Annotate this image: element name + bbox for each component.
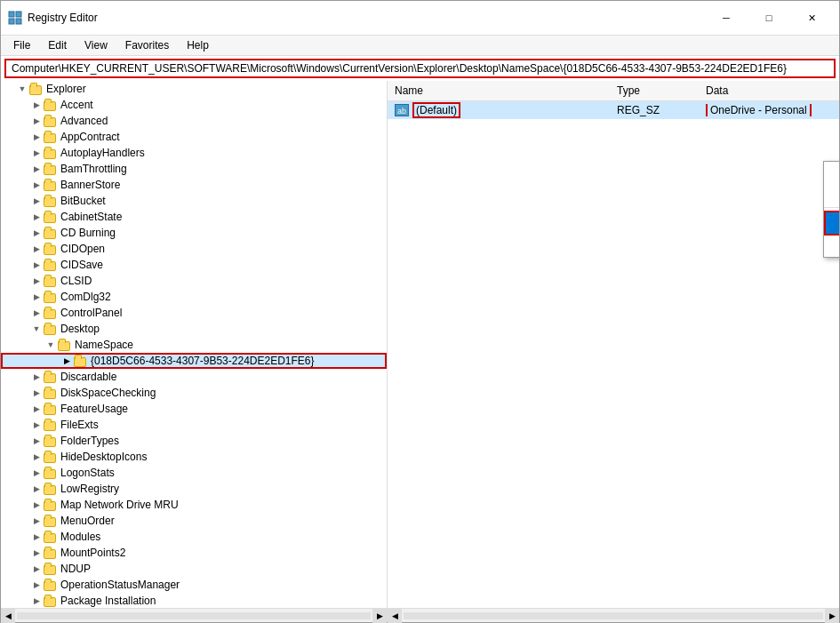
expander-packageinstallation[interactable]: ▶ [29,596,44,605]
folder-icon-advanced [44,115,58,127]
hscroll-right-btn[interactable]: ▶ [372,609,387,623]
col-header-name[interactable]: Name [388,84,610,98]
expander-bannerstore[interactable]: ▶ [29,180,44,189]
detail-row-default[interactable]: ab (Default) REG_SZ OneDrive - Personal [388,101,839,119]
expander-ndup[interactable]: ▶ [29,564,44,573]
tree-item-advanced[interactable]: ▶ Advanced [1,113,387,129]
tree-label-clsid: CLSID [60,275,92,287]
tree-item-modules[interactable]: ▶ Modules [1,529,387,545]
tree-item-clsid[interactable]: ▶ CLSID [1,273,387,289]
menu-edit[interactable]: Edit [39,36,76,55]
expander-logonstats[interactable]: ▶ [29,468,44,477]
tree-item-cdburning[interactable]: ▶ CD Burning [1,225,387,241]
address-bar[interactable]: Computer\HKEY_CURRENT_USER\SOFTWARE\Micr… [4,59,836,78]
tree-item-menuorder[interactable]: ▶ MenuOrder [1,513,387,529]
expander-featureusage[interactable]: ▶ [29,404,44,413]
tree-pane[interactable]: ▼ Explorer ▶ Accent ▶ Advanced ▶ AppCont… [1,81,388,608]
tree-item-hidedesktoicons[interactable]: ▶ HideDesktopIcons [1,449,387,465]
expander-mountpoints2[interactable]: ▶ [29,548,44,557]
tree-item-foldertypes[interactable]: ▶ FolderTypes [1,433,387,449]
detail-hscroll-left-btn[interactable]: ◀ [388,609,402,623]
col-header-type[interactable]: Type [610,84,699,98]
hscroll-left-btn[interactable]: ◀ [1,609,15,623]
tree-hscroll[interactable]: ◀ ▶ [1,609,388,622]
detail-hscroll-track[interactable] [404,612,823,619]
tree-label-mountpoints2: MountPoints2 [60,547,125,559]
tree-item-mapnetworkdrivemru[interactable]: ▶ Map Network Drive MRU [1,497,387,513]
tree-item-namespace[interactable]: ▼ NameSpace [1,337,387,353]
maximize-button[interactable]: □ [748,6,789,29]
expander-hidedesktopicons[interactable]: ▶ [29,452,44,461]
expander-autoplayhandlers[interactable]: ▶ [29,148,44,157]
tree-item-accent[interactable]: ▶ Accent [1,97,387,113]
tree-item-operationstatusmanager[interactable]: ▶ OperationStatusManager [1,577,387,593]
expander-cabinetstate[interactable]: ▶ [29,212,44,221]
menu-view[interactable]: View [76,36,116,55]
tree-item-explorer[interactable]: ▼ Explorer [1,81,387,97]
context-menu-modify-binary[interactable]: Modify Binary Data... [824,183,839,204]
expander-foldertypes[interactable]: ▶ [29,436,44,445]
tree-item-appcontract[interactable]: ▶ AppContract [1,129,387,145]
detail-hscroll[interactable]: ◀ ▶ [388,609,839,622]
expander-explorer[interactable]: ▼ [15,84,29,93]
tree-item-bitbucket[interactable]: ▶ BitBucket [1,193,387,209]
expander-cidopen[interactable]: ▶ [29,244,44,253]
close-button[interactable]: ✕ [791,6,832,29]
expander-fileexts[interactable]: ▶ [29,420,44,429]
tree-item-packageinstallation[interactable]: ▶ Package Installation [1,593,387,608]
tree-item-desktop[interactable]: ▼ Desktop [1,321,387,337]
expander-menuorder[interactable]: ▶ [29,516,44,525]
folder-icon-modules [44,531,58,543]
expander-discardable[interactable]: ▶ [29,372,44,381]
tree-item-diskspacechecking[interactable]: ▶ DiskSpaceChecking [1,385,387,401]
tree-label-guid: {018D5C66-4533-4307-9B53-224DE2ED1FE6} [91,355,315,367]
expander-operationstatusmanager[interactable]: ▶ [29,580,44,589]
expander-clsid[interactable]: ▶ [29,276,44,285]
hscroll-track[interactable] [17,612,371,619]
menu-favorites[interactable]: Favorites [116,36,178,55]
expander-cidsave[interactable]: ▶ [29,260,44,269]
tree-item-cidsave[interactable]: ▶ CIDSave [1,257,387,273]
tree-label-diskspacechecking: DiskSpaceChecking [60,387,156,399]
expander-desktop[interactable]: ▼ [29,324,44,333]
tree-item-autoplayhandlers[interactable]: ▶ AutoplayHandlers [1,145,387,161]
tree-item-bamthrottling[interactable]: ▶ BamThrottling [1,161,387,177]
expander-mapnetworkdrivemru[interactable]: ▶ [29,500,44,509]
minimize-button[interactable]: ─ [706,6,747,29]
tree-item-cabinetstate[interactable]: ▶ CabinetState [1,209,387,225]
menu-help[interactable]: Help [178,36,218,55]
detail-hscroll-right-btn[interactable]: ▶ [825,609,839,623]
tree-item-controlpanel[interactable]: ▶ ControlPanel [1,305,387,321]
expander-diskspacechecking[interactable]: ▶ [29,388,44,397]
expander-bitbucket[interactable]: ▶ [29,196,44,205]
tree-item-discardable[interactable]: ▶ Discardable [1,369,387,385]
tree-label-fileexts: FileExts [60,419,99,431]
expander-advanced[interactable]: ▶ [29,116,44,125]
expander-accent[interactable]: ▶ [29,100,44,109]
tree-item-guid[interactable]: ▶ {018D5C66-4533-4307-9B53-224DE2ED1FE6} [1,353,387,369]
expander-comdlg32[interactable]: ▶ [29,292,44,301]
menu-file[interactable]: File [4,36,39,55]
tree-item-comdlg32[interactable]: ▶ ComDlg32 [1,289,387,305]
expander-modules[interactable]: ▶ [29,532,44,541]
tree-item-bannerstore[interactable]: ▶ BannerStore [1,177,387,193]
tree-item-mountpoints2[interactable]: ▶ MountPoints2 [1,545,387,561]
expander-namespace[interactable]: ▼ [44,340,58,349]
tree-item-ndup[interactable]: ▶ NDUP [1,561,387,577]
expander-lowregistry[interactable]: ▶ [29,484,44,493]
expander-appcontract[interactable]: ▶ [29,132,44,141]
expander-cdburning[interactable]: ▶ [29,228,44,237]
tree-item-cidopen[interactable]: ▶ CIDOpen [1,241,387,257]
tree-item-fileexts[interactable]: ▶ FileExts [1,417,387,433]
folder-icon-autoplayhandlers [44,147,58,159]
expander-guid[interactable]: ▶ [60,356,74,365]
tree-item-logonstats[interactable]: ▶ LogonStats [1,465,387,481]
context-menu-modify[interactable]: Modify... [824,162,839,183]
folder-icon-packageinstallation [44,595,58,607]
tree-item-lowregistry[interactable]: ▶ LowRegistry [1,481,387,497]
tree-item-featureusage[interactable]: ▶ FeatureUsage [1,401,387,417]
col-header-data[interactable]: Data [699,84,839,98]
expander-controlpanel[interactable]: ▶ [29,308,44,317]
context-menu-delete[interactable]: Delete [824,211,839,236]
expander-bamthrottling[interactable]: ▶ [29,164,44,173]
